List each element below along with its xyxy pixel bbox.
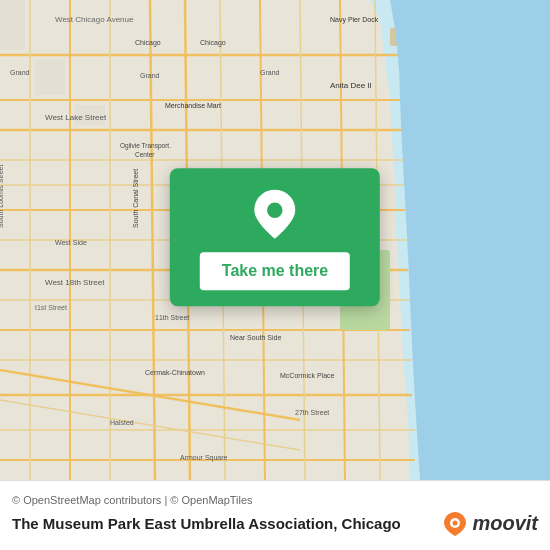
svg-text:South Loomis Street: South Loomis Street xyxy=(0,165,4,228)
svg-text:Center: Center xyxy=(135,151,155,158)
svg-point-62 xyxy=(453,520,458,525)
svg-text:Armour Square: Armour Square xyxy=(180,454,228,462)
svg-text:t1st Street: t1st Street xyxy=(35,304,67,311)
svg-rect-33 xyxy=(35,60,65,95)
svg-text:West Lake Street: West Lake Street xyxy=(45,113,107,122)
moovit-pin-icon xyxy=(441,510,469,538)
svg-text:27th Street: 27th Street xyxy=(295,409,329,416)
svg-text:Grand: Grand xyxy=(10,69,30,76)
map-attribution: © OpenStreetMap contributors | © OpenMap… xyxy=(12,494,538,506)
svg-text:Halsted: Halsted xyxy=(110,419,134,426)
svg-text:Chicago: Chicago xyxy=(200,39,226,47)
svg-text:Grand: Grand xyxy=(140,72,160,79)
moovit-brand-text: moovit xyxy=(472,512,538,535)
svg-text:Navy Pier Dock: Navy Pier Dock xyxy=(330,16,379,24)
svg-text:South Canal Street: South Canal Street xyxy=(132,169,139,228)
svg-text:McCormick Place: McCormick Place xyxy=(280,372,335,379)
map-container: West Chicago Avenue Chicago Chicago Navy… xyxy=(0,0,550,480)
svg-text:Grand: Grand xyxy=(260,69,280,76)
map-pin-icon xyxy=(253,188,297,240)
moovit-logo: moovit xyxy=(441,510,538,538)
svg-text:Anita Dee II: Anita Dee II xyxy=(330,81,372,90)
bottom-bar: © OpenStreetMap contributors | © OpenMap… xyxy=(0,480,550,550)
place-name: The Museum Park East Umbrella Associatio… xyxy=(12,515,401,532)
svg-text:West 18th Street: West 18th Street xyxy=(45,278,105,287)
svg-text:Cermak-Chinatown: Cermak-Chinatown xyxy=(145,369,205,376)
svg-rect-32 xyxy=(0,0,25,50)
svg-text:Ogilvie Transport.: Ogilvie Transport. xyxy=(120,142,171,150)
svg-text:Merchandise Mart: Merchandise Mart xyxy=(165,102,221,109)
svg-text:West Chicago Avenue: West Chicago Avenue xyxy=(55,15,134,24)
svg-text:Chicago: Chicago xyxy=(135,39,161,47)
svg-point-60 xyxy=(266,201,284,219)
location-card: Take me there xyxy=(170,168,380,306)
svg-text:11th Street: 11th Street xyxy=(155,314,189,321)
svg-text:West Side: West Side xyxy=(55,239,87,246)
svg-text:Near South Side: Near South Side xyxy=(230,334,281,341)
take-me-there-button[interactable]: Take me there xyxy=(200,252,350,290)
